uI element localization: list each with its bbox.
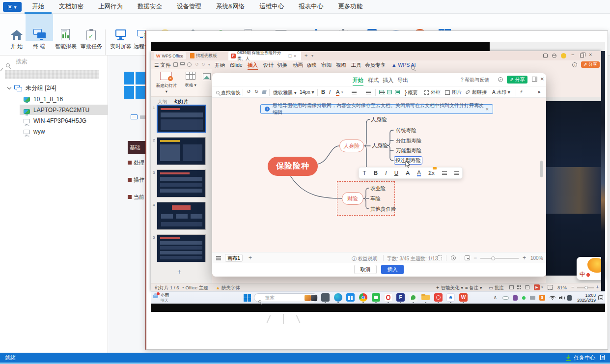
wechat-icon[interactable] bbox=[372, 293, 380, 302]
chevron-down-icon[interactable] bbox=[7, 85, 11, 89]
home-button[interactable]: 开 始 bbox=[4, 29, 29, 50]
menu-ops-center[interactable]: 运维中心 bbox=[252, 0, 291, 14]
workspace-icon[interactable] bbox=[543, 54, 548, 58]
globe-icon[interactable] bbox=[552, 54, 556, 58]
find-replace-button[interactable]: 查找替换 bbox=[216, 89, 241, 96]
slideshow-play-button[interactable]: ▶ bbox=[534, 284, 540, 290]
dialog-share-button[interactable]: ⇗ 分享 bbox=[507, 76, 527, 84]
dialog-tab-style[interactable]: 样式 bbox=[368, 77, 379, 84]
onedrive-icon[interactable] bbox=[502, 296, 509, 300]
dialog-close-icon[interactable]: × bbox=[540, 75, 544, 83]
opera-icon[interactable] bbox=[384, 293, 392, 302]
dialog-tab-insert[interactable]: 插入 bbox=[383, 77, 393, 84]
device-item[interactable]: 10_1_8_16 bbox=[24, 95, 63, 104]
canvas-scrollbar[interactable] bbox=[540, 161, 543, 177]
tab-list-icon[interactable]: ▾ bbox=[311, 54, 313, 58]
summary-button[interactable]: } 概要 bbox=[405, 89, 418, 96]
slideshow-dropdown-icon[interactable]: ▾ bbox=[541, 285, 543, 289]
fullscreen-icon[interactable] bbox=[437, 255, 442, 260]
wps-menu-member[interactable]: 会员专享 bbox=[365, 62, 386, 69]
redo-icon[interactable]: ↻ bbox=[254, 89, 258, 94]
app-menu-button[interactable]: ▾ bbox=[3, 2, 22, 12]
security-tray-icon[interactable] bbox=[567, 295, 572, 301]
menu-web-behavior[interactable]: 上网行为 bbox=[91, 0, 130, 14]
menu-data-security[interactable]: 数据安全 bbox=[130, 0, 169, 14]
fit-window-icon[interactable] bbox=[548, 285, 553, 290]
zoom-out-button[interactable]: − bbox=[571, 284, 574, 290]
minimize-button[interactable]: − bbox=[571, 52, 574, 57]
slide-thumbnail-1[interactable] bbox=[157, 105, 206, 133]
mindmap-node-caixian[interactable]: 财险 bbox=[342, 192, 363, 205]
smart-beautify-button[interactable]: ✦ 智能美化 ▾ bbox=[436, 285, 463, 291]
locate-center-icon[interactable] bbox=[451, 255, 456, 260]
red-app-icon[interactable] bbox=[434, 293, 443, 302]
slide-thumbnail-2[interactable] bbox=[157, 137, 206, 165]
wps-menu-review[interactable]: 审阅 bbox=[321, 62, 332, 69]
insert-button[interactable]: 插入 bbox=[381, 265, 404, 274]
mindmap-leaf[interactable]: 车险 bbox=[370, 196, 381, 202]
weather-icon[interactable] bbox=[152, 293, 159, 300]
undo-icon[interactable]: ↺ bbox=[195, 62, 199, 67]
bullet-list-button[interactable] bbox=[442, 171, 447, 175]
strikethrough-button[interactable]: A bbox=[406, 170, 410, 176]
wps-menu-home[interactable]: 开始 bbox=[215, 62, 225, 69]
notes-button[interactable]: ≡ 备注 ▾ bbox=[465, 285, 482, 291]
add-canvas-button[interactable]: + bbox=[249, 254, 252, 261]
tray-expand-icon[interactable]: ∧ bbox=[494, 295, 497, 300]
italic-button[interactable]: I bbox=[329, 89, 331, 95]
italic-button[interactable]: I bbox=[385, 170, 387, 176]
text-button[interactable]: T bbox=[363, 170, 366, 176]
new-tab-button[interactable]: + bbox=[305, 53, 307, 58]
underline-button[interactable]: U bbox=[394, 170, 398, 176]
menu-system-network[interactable]: 系统&网络 bbox=[209, 0, 252, 14]
document-tab-active[interactable]: P 0839期 保险业务险种分类、人 ◯ × bbox=[228, 51, 301, 60]
mindmap-node-renshen[interactable]: 人身险 bbox=[339, 140, 364, 152]
bold-button[interactable]: B bbox=[374, 170, 378, 176]
device-item[interactable]: WIN-4FP3P64H5JG bbox=[24, 116, 86, 125]
redo-icon[interactable]: ↻ bbox=[201, 62, 205, 67]
slide-thumbnail-5[interactable] bbox=[157, 234, 206, 262]
font-family-select[interactable]: 微软雅黑 ▾ bbox=[273, 89, 297, 96]
help-feedback-button[interactable]: ? 帮助与反馈 bbox=[461, 77, 489, 84]
align-left-icon[interactable] bbox=[352, 90, 357, 94]
mindmap-child[interactable]: 人身险 bbox=[371, 116, 387, 123]
toolbar-next-icon[interactable]: ▸ bbox=[538, 89, 541, 94]
ime-tray-icon[interactable] bbox=[530, 296, 535, 300]
realtime-screen-button[interactable]: 实时屏幕 bbox=[108, 29, 134, 50]
quickbar-dropdown-icon[interactable]: ▾ bbox=[208, 63, 210, 67]
close-button[interactable]: × bbox=[589, 52, 592, 57]
file-explorer-icon[interactable] bbox=[421, 293, 430, 302]
wps-menu-slideshow[interactable]: 放映 bbox=[306, 62, 317, 69]
wps-menu-design[interactable]: 设计 bbox=[263, 62, 274, 69]
wps-menu-islide[interactable]: iSlide bbox=[230, 62, 243, 68]
log-document-icon[interactable] bbox=[600, 355, 605, 360]
microsoft-store-icon[interactable] bbox=[346, 293, 355, 302]
mindmap-canvas[interactable]: i 思维导图使用时需保持联网，内容会实时保存至云文档。关闭后可在云文档中找到文件… bbox=[212, 98, 546, 252]
popout-window-icon[interactable] bbox=[532, 77, 537, 82]
wifi-icon[interactable] bbox=[550, 296, 555, 300]
insert-sibling-icon[interactable] bbox=[395, 90, 400, 94]
watermark-button[interactable]: A 水印 ▾ bbox=[492, 89, 510, 96]
start-button[interactable] bbox=[244, 294, 251, 302]
edge-icon[interactable] bbox=[334, 293, 342, 302]
font-size-select[interactable]: 14px ▾ bbox=[300, 89, 314, 95]
upgrade-icon[interactable]: + bbox=[572, 62, 577, 67]
insert-subtopic-icon[interactable] bbox=[387, 90, 392, 94]
wps-menu-insert[interactable]: 插入 bbox=[248, 62, 258, 70]
browser-e-icon[interactable]: e bbox=[446, 293, 455, 302]
sorter-view-icon[interactable] bbox=[517, 285, 522, 289]
numbered-list-button[interactable] bbox=[454, 171, 458, 175]
tab-close-icon[interactable]: × bbox=[294, 54, 296, 58]
slide-thumbnail-4[interactable] bbox=[157, 202, 206, 230]
green-status-tray-icon[interactable] bbox=[522, 296, 526, 300]
clock-time[interactable]: 16:03 bbox=[574, 293, 596, 298]
font-color-button[interactable]: A bbox=[417, 169, 421, 176]
formula-button[interactable]: Σx bbox=[428, 170, 435, 176]
sidebar-group-unassigned[interactable]: 未分组 [2/4] bbox=[8, 84, 56, 92]
volume-icon[interactable] bbox=[559, 296, 565, 300]
insert-topic-icon[interactable] bbox=[379, 90, 384, 94]
account-avatar[interactable] bbox=[561, 53, 566, 58]
notification-center-icon[interactable] bbox=[598, 295, 603, 300]
bold-button[interactable]: B bbox=[321, 89, 325, 95]
mindmap-leaf[interactable]: 农业险 bbox=[370, 185, 386, 192]
